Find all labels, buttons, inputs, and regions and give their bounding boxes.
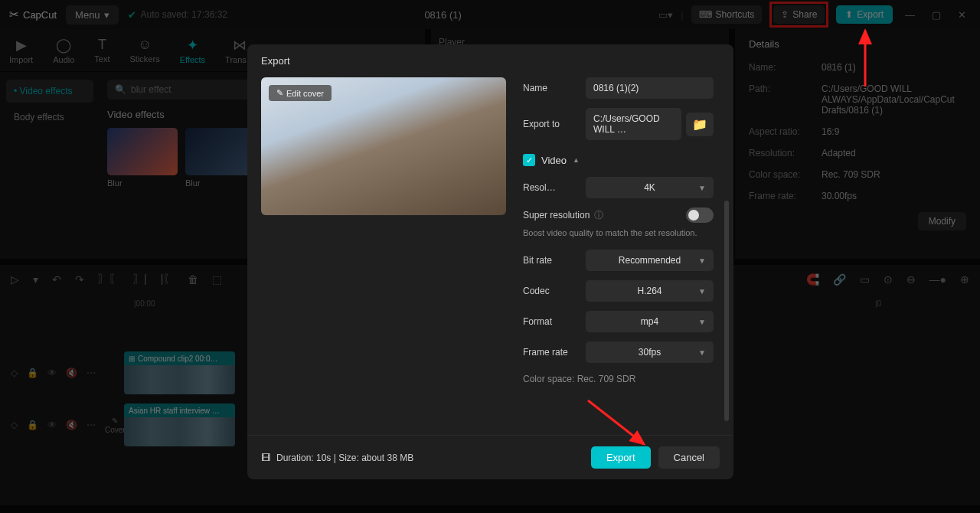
modal-footer: 🎞 Duration: 10s | Size: about 38 MB Expo…	[247, 435, 733, 479]
caret-up-icon: ▲	[573, 156, 580, 164]
export-to-input[interactable]: C:/Users/GOOD WILL …	[586, 108, 681, 140]
bitrate-dropdown[interactable]: Recommended▼	[586, 250, 714, 271]
codec-dropdown[interactable]: H.264▼	[586, 280, 714, 302]
export-modal: Export ✎ Edit cover Name 0816 (1)(2) Exp…	[247, 44, 733, 479]
export-name-label: Name	[523, 83, 586, 93]
framerate-dropdown[interactable]: 30fps▼	[586, 341, 714, 363]
chevron-down-icon: ▼	[698, 318, 706, 326]
resolution-label: Resol…	[523, 182, 586, 193]
format-label: Format	[523, 316, 586, 327]
modal-title: Export	[247, 44, 733, 77]
resolution-dropdown[interactable]: 4K▼	[586, 177, 714, 198]
edit-cover-label: Edit cover	[286, 89, 324, 98]
pencil-icon: ✎	[276, 88, 283, 98]
film-icon: 🎞	[261, 453, 270, 463]
export-confirm-button[interactable]: Export	[591, 446, 651, 469]
super-resolution-label: Super resolution	[523, 210, 590, 221]
codec-label: Codec	[523, 286, 586, 296]
toggle-knob	[688, 210, 699, 221]
chevron-down-icon: ▼	[698, 348, 706, 357]
super-resolution-desc: Boost video quality to match the set res…	[523, 227, 714, 239]
edit-cover-button[interactable]: ✎ Edit cover	[269, 85, 332, 101]
export-preview: ✎ Edit cover	[261, 77, 506, 215]
folder-icon: 📁	[692, 118, 707, 131]
colorspace-text: Color space: Rec. 709 SDR	[523, 374, 714, 384]
export-duration-info: 🎞 Duration: 10s | Size: about 38 MB	[261, 453, 413, 463]
modal-form-column: Name 0816 (1)(2) Export to C:/Users/GOOD…	[523, 77, 720, 435]
modal-body: ✎ Edit cover Name 0816 (1)(2) Export to …	[247, 77, 733, 435]
modal-scrollbar[interactable]	[724, 201, 729, 421]
cancel-button[interactable]: Cancel	[658, 446, 720, 469]
framerate-label: Frame rate	[523, 347, 586, 358]
super-resolution-toggle[interactable]	[686, 207, 714, 223]
video-checkbox[interactable]: ✓	[523, 154, 535, 166]
chevron-down-icon: ▼	[698, 256, 706, 265]
chevron-down-icon: ▼	[698, 184, 706, 192]
bitrate-label: Bit rate	[523, 255, 586, 266]
format-dropdown[interactable]: mp4▼	[586, 311, 714, 332]
info-icon[interactable]: ⓘ	[594, 209, 603, 222]
video-section-header[interactable]: ✓ Video ▲	[523, 154, 714, 166]
modal-preview-column: ✎ Edit cover	[261, 77, 506, 435]
export-to-label: Export to	[523, 119, 586, 129]
folder-browse-button[interactable]: 📁	[686, 113, 714, 136]
video-section-label: Video	[541, 155, 567, 166]
export-name-input[interactable]: 0816 (1)(2)	[586, 77, 714, 99]
chevron-down-icon: ▼	[698, 287, 706, 296]
